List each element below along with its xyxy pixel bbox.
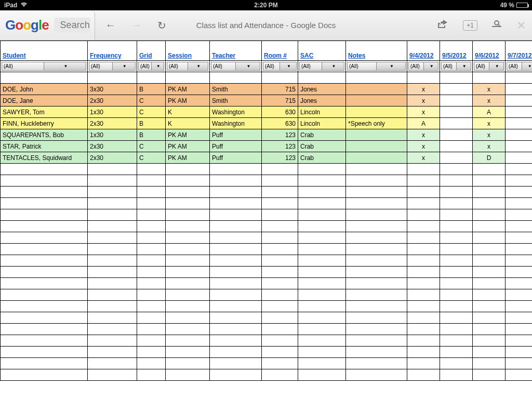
empty-row[interactable] — [1, 289, 533, 301]
cell[interactable]: Crab — [298, 152, 346, 164]
cell[interactable] — [440, 84, 473, 95]
cell[interactable] — [506, 152, 533, 164]
column-header[interactable]: Session — [166, 41, 210, 61]
empty-row[interactable] — [1, 358, 533, 369]
column-header[interactable]: 9/5/2012 — [440, 41, 473, 61]
cell[interactable]: PK AM — [166, 141, 210, 152]
column-header[interactable]: Notes — [346, 41, 407, 61]
cell[interactable]: TENTACLES, Squidward — [1, 152, 88, 164]
cell[interactable] — [346, 84, 407, 95]
empty-row[interactable] — [1, 255, 533, 267]
cell[interactable]: Lincoln — [298, 107, 346, 118]
table-row[interactable]: SQUAREPANTS, Bob1x30BPK AMPuff123Crabxx — [1, 129, 533, 141]
cell[interactable]: C — [137, 141, 166, 152]
cell[interactable]: x — [407, 152, 440, 164]
cell[interactable]: STAR, Patrick — [1, 141, 88, 152]
cell[interactable]: x — [407, 141, 440, 152]
empty-row[interactable] — [1, 301, 533, 312]
column-header[interactable]: Frequency — [88, 41, 137, 61]
cell[interactable]: B — [137, 84, 166, 95]
cell[interactable]: x — [407, 107, 440, 118]
cell[interactable]: 630 — [262, 107, 298, 118]
filter-dropdown[interactable]: (All)▼ — [211, 62, 260, 71]
empty-row[interactable] — [1, 175, 533, 187]
cell[interactable]: x — [407, 95, 440, 107]
empty-row[interactable] — [1, 164, 533, 175]
filter-dropdown[interactable]: (All)▼ — [89, 62, 136, 71]
plus-one-button[interactable]: +1 — [463, 20, 477, 31]
table-row[interactable]: FINN, Huckleberry2x30BKWashington630Linc… — [1, 118, 533, 129]
cell[interactable]: x — [407, 129, 440, 141]
cell[interactable]: x — [473, 141, 506, 152]
close-button[interactable]: ✕ — [517, 19, 526, 32]
filter-dropdown[interactable]: (All)▼ — [138, 62, 164, 71]
column-header[interactable]: 9/6/2012 — [473, 41, 506, 61]
filter-dropdown[interactable]: (All)▼ — [474, 62, 504, 71]
cell[interactable] — [506, 95, 533, 107]
filter-dropdown[interactable]: (All)▼ — [2, 62, 86, 71]
table-row[interactable]: TENTACLES, Squidward2x30CPK AMPuff123Cra… — [1, 152, 533, 164]
cell[interactable]: K — [166, 118, 210, 129]
cell[interactable] — [440, 95, 473, 107]
share-icon[interactable] — [438, 20, 448, 31]
column-header[interactable]: Student — [1, 41, 88, 61]
cell[interactable]: 2x30 — [88, 152, 137, 164]
cell[interactable] — [346, 152, 407, 164]
empty-row[interactable] — [1, 335, 533, 347]
back-button[interactable]: ← — [105, 19, 116, 31]
empty-row[interactable] — [1, 232, 533, 244]
cell[interactable]: FINN, Huckleberry — [1, 118, 88, 129]
cell[interactable]: x — [473, 118, 506, 129]
cell[interactable]: 2x30 — [88, 95, 137, 107]
table-row[interactable]: DOE, John3x30BPK AMSmith715Jonesxx — [1, 84, 533, 95]
cell[interactable] — [440, 152, 473, 164]
reload-button[interactable]: ↻ — [157, 19, 166, 32]
cell[interactable]: SAWYER, Tom — [1, 107, 88, 118]
cell[interactable]: *Speech only — [346, 118, 407, 129]
cell[interactable] — [440, 141, 473, 152]
cell[interactable]: 123 — [262, 141, 298, 152]
cell[interactable]: Jones — [298, 84, 346, 95]
cell[interactable]: 1x30 — [88, 129, 137, 141]
column-header[interactable]: Teacher — [210, 41, 262, 61]
cell[interactable]: 2x30 — [88, 141, 137, 152]
cell[interactable] — [506, 107, 533, 118]
column-header[interactable]: 9/7/2012 — [506, 41, 533, 61]
cell[interactable]: Puff — [210, 141, 262, 152]
forward-button[interactable]: → — [131, 19, 142, 31]
cell[interactable]: PK AM — [166, 152, 210, 164]
cell[interactable]: B — [137, 118, 166, 129]
cell[interactable]: A — [473, 107, 506, 118]
cell[interactable]: PK AM — [166, 84, 210, 95]
table-row[interactable]: DOE, Jane2x30CPK AMSmith715Jonesxx — [1, 95, 533, 107]
cell[interactable]: 2x30 — [88, 118, 137, 129]
cell[interactable]: Jones — [298, 95, 346, 107]
empty-row[interactable] — [1, 324, 533, 335]
cell[interactable]: Lincoln — [298, 118, 346, 129]
table-row[interactable]: STAR, Patrick2x30CPK AMPuff123Crabxx — [1, 141, 533, 152]
filter-dropdown[interactable]: (All)▼ — [507, 62, 532, 71]
cell[interactable]: C — [137, 95, 166, 107]
cell[interactable]: B — [137, 129, 166, 141]
empty-row[interactable] — [1, 278, 533, 289]
empty-row[interactable] — [1, 347, 533, 358]
cell[interactable]: DOE, Jane — [1, 95, 88, 107]
cell[interactable] — [506, 118, 533, 129]
cell[interactable]: PK AM — [166, 129, 210, 141]
cell[interactable]: Puff — [210, 129, 262, 141]
cell[interactable]: Washington — [210, 118, 262, 129]
column-header[interactable]: Grid — [137, 41, 166, 61]
cell[interactable]: D — [473, 152, 506, 164]
find-icon[interactable] — [492, 20, 502, 31]
empty-row[interactable] — [1, 198, 533, 209]
cell[interactable]: 630 — [262, 118, 298, 129]
empty-row[interactable] — [1, 369, 533, 381]
cell[interactable]: Crab — [298, 129, 346, 141]
cell[interactable]: x — [473, 84, 506, 95]
cell[interactable]: C — [137, 152, 166, 164]
attendance-table[interactable]: StudentFrequencyGridSessionTeacherRoom #… — [0, 41, 532, 381]
cell[interactable]: Crab — [298, 141, 346, 152]
cell[interactable]: A — [407, 118, 440, 129]
cell[interactable]: 715 — [262, 84, 298, 95]
cell[interactable] — [506, 129, 533, 141]
